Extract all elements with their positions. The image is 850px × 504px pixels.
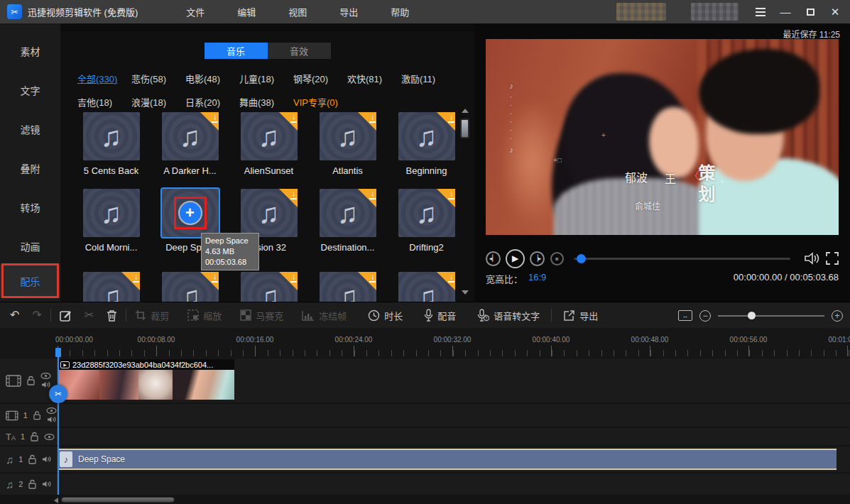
- track-header-video-1[interactable]: 1: [0, 404, 57, 427]
- speech-to-text-button[interactable]: T 语音转文字: [477, 309, 540, 322]
- music-tile-deep-space[interactable]: +: [162, 189, 219, 237]
- video-clip[interactable]: ▶ 23d2885f3203e93ab04ba0434f2bc604...: [58, 359, 234, 400]
- edit-clip-button[interactable]: [60, 309, 72, 322]
- fit-timeline-icon[interactable]: ↔: [678, 310, 692, 321]
- lock-icon[interactable]: [33, 410, 41, 420]
- mosaic-button[interactable]: 马赛克: [240, 309, 283, 322]
- play-button[interactable]: ▶: [506, 249, 525, 268]
- sidebar-item-overlay[interactable]: 叠附: [0, 152, 60, 185]
- lock-icon[interactable]: [30, 432, 39, 442]
- minimize-button[interactable]: —: [776, 3, 795, 21]
- category-inspire[interactable]: 激励(11): [401, 72, 455, 85]
- menu-edit[interactable]: 编辑: [233, 2, 260, 21]
- category-dance[interactable]: 舞曲(38): [239, 95, 293, 109]
- music-item[interactable]: ♫ ↓: [72, 272, 151, 302]
- music-tile[interactable]: ♫ ↓: [398, 272, 455, 302]
- music-item[interactable]: ♫ ↓: [229, 272, 308, 302]
- music-tile[interactable]: ♫ ↓: [241, 112, 298, 160]
- export-button[interactable]: 导出: [563, 309, 598, 322]
- playhead-line[interactable]: [58, 348, 59, 495]
- zoom-slider-handle[interactable]: [748, 312, 756, 319]
- undo-button[interactable]: ↶: [10, 309, 19, 321]
- track-audio-2[interactable]: [57, 473, 850, 495]
- hscrollbar-thumb[interactable]: [61, 497, 175, 503]
- music-item[interactable]: ♫ ↓ A Darker H...: [151, 112, 229, 176]
- menu-export[interactable]: 导出: [335, 2, 362, 21]
- scroll-up-icon[interactable]: [462, 109, 469, 113]
- volume-icon[interactable]: [805, 252, 820, 265]
- lock-icon[interactable]: [28, 479, 37, 489]
- prev-frame-button[interactable]: ◂▏: [486, 251, 501, 266]
- crop-button[interactable]: 裁剪: [135, 309, 169, 322]
- lock-icon[interactable]: [28, 454, 37, 464]
- timeline-zoom-slider[interactable]: [718, 315, 824, 317]
- category-romantic[interactable]: 浪漫(18): [131, 95, 185, 109]
- category-children[interactable]: 儿童(18): [239, 72, 293, 85]
- scrollbar-thumb[interactable]: [460, 119, 469, 138]
- category-piano[interactable]: 钢琴(20): [293, 72, 347, 85]
- visibility-icon[interactable]: [46, 407, 57, 414]
- playhead-split-handle[interactable]: ✂: [49, 385, 67, 403]
- track-audio-1[interactable]: ♪ Deep Space: [57, 447, 850, 472]
- visibility-icon[interactable]: [44, 434, 55, 440]
- redo-button[interactable]: ↷: [32, 309, 41, 321]
- music-item[interactable]: ♫ 5 Cents Back: [72, 112, 151, 176]
- mute-icon[interactable]: [42, 456, 51, 463]
- music-tile[interactable]: ♫ ↓: [241, 189, 298, 237]
- category-vip[interactable]: VIP专享(0): [293, 95, 347, 109]
- music-item[interactable]: ♫ Cold Morni...: [72, 189, 151, 253]
- music-item[interactable]: ♫ ↓: [308, 272, 387, 302]
- mute-icon[interactable]: [42, 481, 51, 488]
- track-text-1[interactable]: [57, 428, 850, 445]
- tab-music[interactable]: 音乐: [205, 43, 268, 59]
- add-to-timeline-button[interactable]: +: [180, 202, 201, 224]
- music-tile[interactable]: ♫ ↓: [398, 112, 455, 160]
- music-tile[interactable]: ♫ ↓: [162, 272, 219, 302]
- music-tile[interactable]: ♫ ↓: [398, 189, 455, 237]
- zoom-in-icon[interactable]: +: [832, 310, 843, 322]
- track-header-text-1[interactable]: TA 1: [0, 428, 57, 445]
- music-item[interactable]: ♫ ↓ Beginning: [387, 112, 466, 176]
- track-header-video-main[interactable]: [0, 358, 57, 402]
- music-tile[interactable]: ♫ ↓: [162, 112, 219, 160]
- delete-button[interactable]: [107, 309, 117, 322]
- music-tile[interactable]: ♫ ↓: [320, 189, 376, 237]
- next-frame-button[interactable]: ▕▸: [530, 251, 545, 266]
- music-item[interactable]: ♫ ↓ Drifting2: [387, 189, 466, 253]
- music-tile[interactable]: ♫: [83, 189, 140, 237]
- tab-sound-effect[interactable]: 音效: [268, 43, 331, 59]
- track-header-audio-1[interactable]: ♫ 1: [0, 447, 57, 472]
- scroll-left-icon[interactable]: [54, 498, 58, 503]
- voiceover-button[interactable]: 配音: [424, 309, 456, 322]
- seek-bar[interactable]: [574, 258, 790, 260]
- music-item[interactable]: ♫ ↓ Atlantis: [308, 112, 387, 176]
- mute-icon[interactable]: [47, 416, 56, 423]
- music-tile[interactable]: ♫ ↓: [320, 272, 376, 302]
- music-item[interactable]: ♫ ↓: [151, 272, 229, 302]
- duration-button[interactable]: 时长: [368, 309, 403, 322]
- maximize-button[interactable]: [801, 3, 819, 21]
- sidebar-item-animation[interactable]: 动画: [0, 230, 60, 263]
- menu-file[interactable]: 文件: [182, 2, 209, 21]
- category-all[interactable]: 全部(330): [77, 72, 131, 85]
- music-tile[interactable]: ♫ ↓: [241, 272, 298, 302]
- mute-icon[interactable]: [41, 381, 50, 388]
- close-button[interactable]: ✕: [826, 3, 844, 21]
- category-movie[interactable]: 电影(48): [185, 72, 239, 85]
- timeline-ruler[interactable]: 00:00:00.00 00:00:08.00 00:00:16.00 00:0…: [0, 328, 850, 358]
- menu-view[interactable]: 视图: [284, 2, 311, 21]
- seek-handle[interactable]: [577, 254, 586, 263]
- music-scrollbar[interactable]: [460, 109, 470, 295]
- category-sad[interactable]: 悲伤(58): [131, 72, 185, 85]
- music-tile[interactable]: ♫ ↓: [320, 112, 376, 160]
- category-happy[interactable]: 欢快(81): [347, 72, 401, 85]
- main-menu-icon[interactable]: [751, 3, 770, 21]
- track-header-audio-2[interactable]: ♫ 2: [0, 473, 57, 495]
- music-tile[interactable]: ♫ ↓: [83, 272, 140, 302]
- stop-button[interactable]: ■: [550, 252, 564, 265]
- freeze-frame-button[interactable]: 冻结帧: [302, 309, 347, 322]
- fullscreen-icon[interactable]: [826, 252, 839, 265]
- zoom-out-icon[interactable]: −: [699, 310, 711, 322]
- category-japanese[interactable]: 日系(20): [185, 95, 239, 109]
- category-guitar[interactable]: 吉他(18): [77, 95, 131, 109]
